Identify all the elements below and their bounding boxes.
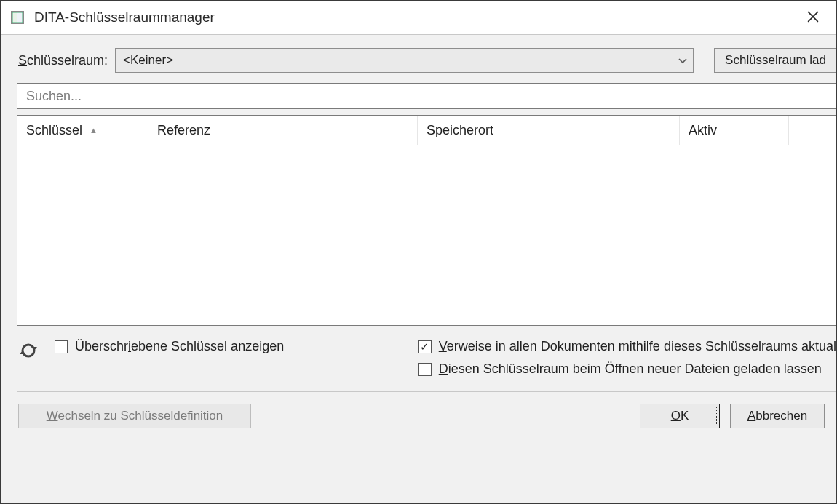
- dialog-window: DITA-Schlüsselraummanager Schlüsselraum:…: [0, 0, 837, 504]
- checkbox-box: [418, 363, 432, 376]
- close-button[interactable]: [797, 8, 829, 27]
- app-icon: [11, 11, 24, 24]
- table-body-empty: [17, 145, 836, 325]
- checkbox-box: [55, 340, 68, 353]
- sort-ascending-icon: ▲: [90, 126, 98, 135]
- column-header-reference[interactable]: Referenz: [148, 116, 418, 145]
- go-to-definition-button: Wechseln zu Schlüsseldefinition: [18, 404, 251, 428]
- keep-loaded-checkbox[interactable]: Diesen Schlüsselraum beim Öffnen neuer D…: [418, 361, 836, 377]
- column-header-active[interactable]: Aktiv: [680, 116, 789, 145]
- refresh-icon[interactable]: [18, 340, 39, 361]
- show-overridden-label: Überschriebene Schlüssel anzeigen: [75, 339, 284, 354]
- column-header-location[interactable]: Speicherort: [418, 116, 680, 145]
- column-header-key[interactable]: Schlüssel ▲: [17, 116, 148, 145]
- svg-rect-2: [17, 12, 23, 23]
- cancel-button[interactable]: Abbrechen: [730, 404, 825, 428]
- keep-loaded-label: Diesen Schlüsselraum beim Öffnen neuer D…: [439, 361, 822, 377]
- update-refs-label: Verweise in allen Dokumenten mithilfe di…: [439, 339, 836, 354]
- load-keyspace-button[interactable]: Schlüsselraum lad: [714, 48, 836, 73]
- keyspace-label: Schlüsselraum:: [18, 53, 108, 68]
- update-refs-checkbox[interactable]: Verweise in allen Dokumenten mithilfe di…: [418, 339, 836, 354]
- keyspace-row: Schlüsselraum: <Keiner> Schlüsselraum la…: [1, 48, 836, 83]
- options-left: Überschriebene Schlüssel anzeigen: [55, 339, 284, 354]
- dialog-body: Schlüsselraum: <Keiner> Schlüsselraum la…: [1, 35, 836, 503]
- ok-button[interactable]: OK: [640, 404, 720, 428]
- options-right: Verweise in allen Dokumenten mithilfe di…: [418, 339, 836, 377]
- chevron-down-icon: [678, 55, 687, 66]
- table-header: Schlüssel ▲ Referenz Speicherort Aktiv: [17, 116, 836, 145]
- search-row: [1, 83, 836, 115]
- svg-marker-7: [20, 351, 25, 354]
- window-title: DITA-Schlüsselraummanager: [34, 9, 797, 25]
- keyspace-selected-value: <Keiner>: [123, 53, 678, 68]
- button-row: Wechseln zu Schlüsseldefinition OK Abbre…: [1, 392, 836, 440]
- options-row: Überschriebene Schlüssel anzeigen Verwei…: [1, 326, 836, 385]
- keys-table[interactable]: Schlüssel ▲ Referenz Speicherort Aktiv: [17, 115, 836, 326]
- svg-rect-1: [12, 12, 17, 23]
- search-input[interactable]: [17, 83, 836, 109]
- keyspace-combobox[interactable]: <Keiner>: [115, 48, 694, 73]
- checkbox-box: [418, 340, 432, 353]
- svg-marker-6: [31, 347, 37, 351]
- show-overridden-checkbox[interactable]: Überschriebene Schlüssel anzeigen: [55, 339, 284, 354]
- title-bar: DITA-Schlüsselraummanager: [1, 1, 836, 35]
